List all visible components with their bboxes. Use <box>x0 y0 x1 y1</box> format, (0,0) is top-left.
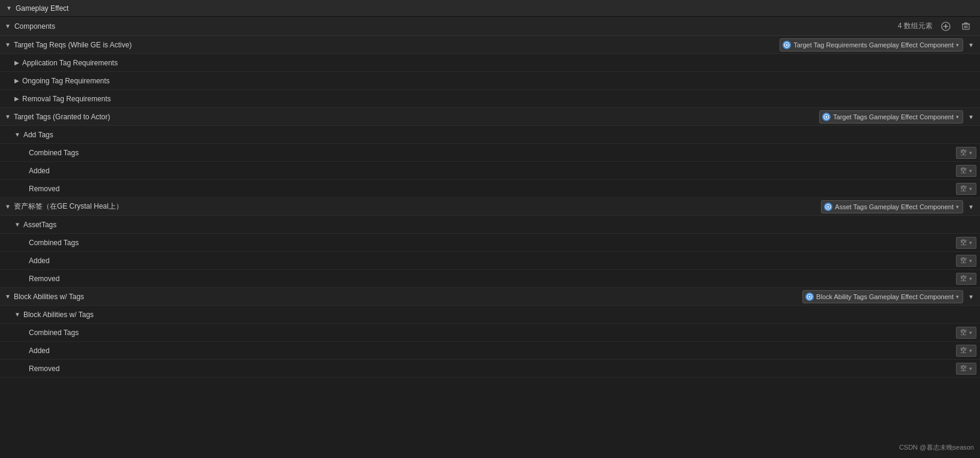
app-tag-reqs-expand-icon[interactable]: ▶ <box>14 59 19 66</box>
block-abilities-badge[interactable]: Block Ability Tags Gameplay Effect Compo… <box>802 290 963 303</box>
added-2-label: Added <box>29 257 50 265</box>
asset-tags-collapse-icon[interactable]: ▼ <box>5 203 11 210</box>
added-1-left: Added <box>29 167 956 175</box>
removed-2-value[interactable]: 空 ▾ <box>956 273 976 285</box>
removed-1-empty: 空 <box>960 184 967 193</box>
combined-tags-1-empty: 空 <box>960 148 967 157</box>
target-tag-reqs-badge-arrow: ▾ <box>956 42 959 48</box>
block-abilities-sub-collapse-icon[interactable]: ▼ <box>14 311 20 318</box>
svg-point-14 <box>826 116 828 117</box>
title-arrow-icon: ▼ <box>6 5 12 11</box>
section-target-tags-row: ▼ Target Tags (Granted to Actor) Target … <box>0 108 980 126</box>
target-tag-reqs-badge[interactable]: Target Tag Requirements Gameplay Effect … <box>780 38 963 52</box>
combined-tags-1-value[interactable]: 空 ▾ <box>956 147 976 159</box>
svg-point-12 <box>786 44 788 46</box>
section-block-abilities-right: Block Ability Tags Gameplay Effect Compo… <box>802 290 980 303</box>
asset-tags-badge[interactable]: Asset Tags Gameplay Effect Component ▾ <box>821 200 963 213</box>
added-1-empty: 空 <box>960 166 967 175</box>
removed-2-empty: 空 <box>960 274 967 283</box>
components-header-right: 4 数组元素 <box>898 20 973 32</box>
removed-3-right: 空 ▾ <box>956 363 980 375</box>
combined-tags-3-left: Combined Tags <box>29 329 956 337</box>
main-container: ▼ Components 4 数组元素 <box>0 17 980 458</box>
added-1-value[interactable]: 空 ▾ <box>956 165 976 177</box>
components-header-row: ▼ Components 4 数组元素 <box>0 17 980 36</box>
combined-tags-3-right: 空 ▾ <box>956 327 980 339</box>
block-abilities-sub-left: ▼ Block Abilities w/ Tags <box>14 311 980 319</box>
asset-tags-chevron[interactable]: ▾ <box>966 201 976 212</box>
added-2-right: 空 ▾ <box>956 255 980 267</box>
removed-3-value[interactable]: 空 ▾ <box>956 363 976 375</box>
added-3-chevron: ▾ <box>969 348 972 354</box>
removed-1-value[interactable]: 空 ▾ <box>956 183 976 195</box>
target-tags-chevron[interactable]: ▾ <box>966 112 976 122</box>
added-3-value[interactable]: 空 ▾ <box>956 345 976 357</box>
combined-tags-3-empty: 空 <box>960 328 967 337</box>
combined-tags-2-right: 空 ▾ <box>956 237 980 249</box>
added-3-empty: 空 <box>960 346 967 355</box>
removed-2-row: Removed 空 ▾ <box>0 270 980 288</box>
section-block-abilities-left: ▼ Block Abilities w/ Tags <box>5 293 802 301</box>
combined-tags-3-row: Combined Tags 空 ▾ <box>0 324 980 342</box>
asset-tags-icon <box>824 203 832 211</box>
target-tag-reqs-chevron[interactable]: ▾ <box>966 40 976 50</box>
removal-tag-reqs-label: Removal Tag Requirements <box>22 95 111 103</box>
added-1-label: Added <box>29 167 50 175</box>
added-3-label: Added <box>29 346 50 355</box>
add-icon <box>941 22 951 31</box>
added-2-left: Added <box>29 257 956 265</box>
ongoing-tag-reqs-left: ▶ Ongoing Tag Requirements <box>14 77 980 85</box>
added-2-empty: 空 <box>960 256 967 265</box>
svg-point-18 <box>809 296 811 297</box>
removed-3-chevron: ▾ <box>969 366 972 372</box>
block-abilities-label: Block Abilities w/ Tags <box>14 293 84 301</box>
target-tags-collapse-icon[interactable]: ▼ <box>5 113 11 120</box>
asset-tags-sub-collapse-icon[interactable]: ▼ <box>14 221 20 228</box>
section-block-abilities-row: ▼ Block Abilities w/ Tags Block Ability … <box>0 288 980 306</box>
asset-tags-sub-label: AssetTags <box>23 221 56 229</box>
add-component-button[interactable] <box>939 20 953 32</box>
combined-tags-1-label: Combined Tags <box>29 149 79 157</box>
section-target-tag-reqs-row: ▼ Target Tag Reqs (While GE is Active) T… <box>0 36 980 54</box>
added-3-right: 空 ▾ <box>956 345 980 357</box>
section-target-tags-left: ▼ Target Tags (Granted to Actor) <box>5 113 819 121</box>
removed-3-row: Removed 空 ▾ <box>0 360 980 378</box>
block-abilities-chevron[interactable]: ▾ <box>966 291 976 302</box>
target-tags-label: Target Tags (Granted to Actor) <box>14 113 110 121</box>
combined-tags-1-right: 空 ▾ <box>956 147 980 159</box>
combined-tags-3-label: Combined Tags <box>29 329 79 337</box>
removed-1-label: Removed <box>29 185 59 193</box>
block-abilities-badge-label: Block Ability Tags Gameplay Effect Compo… <box>816 293 954 300</box>
combined-tags-1-chevron: ▾ <box>969 150 972 156</box>
app-tag-reqs-label: Application Tag Requirements <box>22 59 118 67</box>
removed-2-right: 空 ▾ <box>956 273 980 285</box>
added-2-value[interactable]: 空 ▾ <box>956 255 976 267</box>
block-abilities-collapse-icon[interactable]: ▼ <box>5 293 11 300</box>
target-tags-badge[interactable]: Target Tags Gameplay Effect Component ▾ <box>819 110 963 123</box>
section-asset-tags-left: ▼ 资产标签（在GE Crystal Heal上） <box>5 201 821 212</box>
combined-tags-2-value[interactable]: 空 ▾ <box>956 237 976 249</box>
combined-tags-2-label: Combined Tags <box>29 239 79 247</box>
removal-tag-reqs-expand-icon[interactable]: ▶ <box>14 95 19 102</box>
removal-tag-reqs-left: ▶ Removal Tag Requirements <box>14 95 980 103</box>
target-tag-reqs-icon <box>783 41 791 49</box>
added-1-right: 空 ▾ <box>956 165 980 177</box>
components-collapse-arrow[interactable]: ▼ <box>5 23 11 29</box>
target-tag-reqs-collapse-icon[interactable]: ▼ <box>5 41 11 48</box>
target-tag-reqs-badge-label: Target Tag Requirements Gameplay Effect … <box>793 41 954 49</box>
combined-tags-3-value[interactable]: 空 ▾ <box>956 327 976 339</box>
ongoing-tag-reqs-expand-icon[interactable]: ▶ <box>14 77 19 84</box>
added-2-chevron: ▾ <box>969 258 972 264</box>
add-tags-left: ▼ Add Tags <box>14 131 980 139</box>
delete-component-button[interactable] <box>959 20 973 32</box>
add-tags-collapse-icon[interactable]: ▼ <box>14 131 20 138</box>
ongoing-tag-reqs-row: ▶ Ongoing Tag Requirements <box>0 72 980 90</box>
removed-2-label: Removed <box>29 275 59 283</box>
component-circle-icon2 <box>823 114 829 120</box>
removal-tag-reqs-row: ▶ Removal Tag Requirements <box>0 90 980 108</box>
component-circle-icon3 <box>825 204 831 210</box>
removed-3-label: Removed <box>29 364 59 373</box>
removed-2-chevron: ▾ <box>969 276 972 282</box>
added-3-row: Added 空 ▾ <box>0 342 980 360</box>
asset-tags-badge-label: Asset Tags Gameplay Effect Component <box>835 203 954 210</box>
